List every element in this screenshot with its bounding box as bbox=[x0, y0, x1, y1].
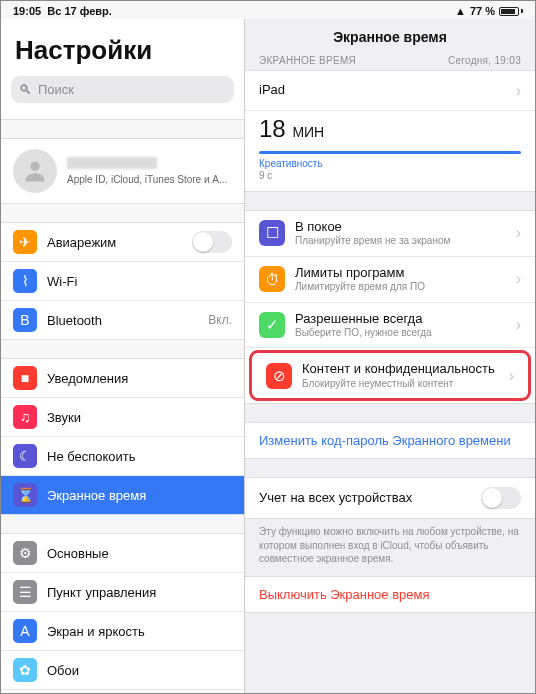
allowed-sub: Выберите ПО, нужное всегда bbox=[295, 327, 432, 340]
bluetooth-value: Вкл. bbox=[208, 313, 232, 327]
row-app-limits[interactable]: ⏱ Лимиты программЛимитируйте время для П… bbox=[245, 257, 535, 303]
status-date: Вс 17 февр. bbox=[47, 5, 112, 17]
device-name: iPad bbox=[259, 82, 285, 98]
chevron-right-icon: › bbox=[516, 270, 521, 288]
change-passcode-link[interactable]: Изменить код-пароль Экранного времени bbox=[245, 423, 535, 458]
status-time: 19:05 bbox=[13, 5, 41, 17]
content-icon: ⊘ bbox=[266, 363, 292, 389]
sidebar-item-sounds[interactable]: ♫ Звуки bbox=[1, 398, 244, 437]
sidebar-item-control[interactable]: ☰ Пункт управления bbox=[1, 573, 244, 612]
sidebar-item-display[interactable]: A Экран и яркость bbox=[1, 612, 244, 651]
search-input[interactable]: 🔍︎ Поиск bbox=[11, 76, 234, 103]
limits-icon: ⏱ bbox=[259, 266, 285, 292]
chevron-right-icon: › bbox=[516, 316, 521, 334]
sidebar-item-wifi[interactable]: ⌇ Wi-Fi bbox=[1, 262, 244, 301]
downtime-title: В покое bbox=[295, 219, 450, 235]
screentime-label: Экранное время bbox=[47, 488, 146, 503]
airplane-label: Авиарежим bbox=[47, 235, 116, 250]
notifications-label: Уведомления bbox=[47, 371, 128, 386]
sidebar-item-airplane[interactable]: ✈ Авиарежим bbox=[1, 223, 244, 262]
row-all-devices[interactable]: Учет на всех устройствах bbox=[245, 478, 535, 518]
turn-off-link[interactable]: Выключить Экранное время bbox=[245, 577, 535, 612]
wallpaper-label: Обои bbox=[47, 663, 79, 678]
battery-percent: 77 % bbox=[470, 5, 495, 17]
footer-text: Эту функцию можно включить на любом устр… bbox=[245, 519, 535, 576]
sidebar-item-wallpaper[interactable]: ✿ Обои bbox=[1, 651, 244, 690]
control-icon: ☰ bbox=[13, 580, 37, 604]
general-label: Основные bbox=[47, 546, 109, 561]
sidebar-item-screentime[interactable]: ⌛ Экранное время bbox=[1, 476, 244, 514]
usage-category: Креативность bbox=[245, 154, 535, 169]
downtime-sub: Планируйте время не за экраном bbox=[295, 235, 450, 248]
chevron-right-icon: › bbox=[516, 224, 521, 242]
notifications-icon: ■ bbox=[13, 366, 37, 390]
chevron-right-icon: › bbox=[509, 367, 514, 385]
section-header: ЭКРАННОЕ ВРЕМЯ bbox=[259, 55, 356, 66]
general-icon: ⚙ bbox=[13, 541, 37, 565]
all-devices-toggle[interactable] bbox=[481, 487, 521, 509]
battery-icon bbox=[499, 7, 523, 16]
content-title: Контент и конфиденциальность bbox=[302, 361, 495, 377]
downtime-icon: ☐ bbox=[259, 220, 285, 246]
section-timestamp: Сегодня, 19:03 bbox=[448, 55, 521, 66]
display-label: Экран и яркость bbox=[47, 624, 145, 639]
limits-title: Лимиты программ bbox=[295, 265, 425, 281]
usage-time: 18 МИН bbox=[245, 111, 535, 151]
all-devices-label: Учет на всех устройствах bbox=[259, 490, 412, 506]
dnd-icon: ☾ bbox=[13, 444, 37, 468]
usage-card[interactable]: iPad › 18 МИН Креативность 9 с bbox=[245, 70, 535, 192]
search-placeholder: Поиск bbox=[38, 82, 74, 97]
sidebar-item-general[interactable]: ⚙ Основные bbox=[1, 534, 244, 573]
wifi-label: Wi-Fi bbox=[47, 274, 77, 289]
sidebar: Настройки 🔍︎ Поиск Apple ID, iCloud, iTu… bbox=[1, 19, 245, 693]
row-downtime[interactable]: ☐ В покоеПланируйте время не за экраном … bbox=[245, 211, 535, 257]
bluetooth-label: Bluetooth bbox=[47, 313, 102, 328]
sounds-label: Звуки bbox=[47, 410, 81, 425]
sidebar-item-notifications[interactable]: ■ Уведомления bbox=[1, 359, 244, 398]
bluetooth-icon: B bbox=[13, 308, 37, 332]
sidebar-item-siri[interactable]: ◉ Siri и Поиск bbox=[1, 690, 244, 693]
settings-title: Настройки bbox=[1, 19, 244, 76]
allowed-icon: ✓ bbox=[259, 312, 285, 338]
sidebar-item-dnd[interactable]: ☾ Не беспокоить bbox=[1, 437, 244, 476]
wifi-icon: ▲ bbox=[455, 5, 466, 17]
airplane-icon: ✈ bbox=[13, 230, 37, 254]
search-icon: 🔍︎ bbox=[19, 82, 32, 97]
sounds-icon: ♫ bbox=[13, 405, 37, 429]
screentime-icon: ⌛ bbox=[13, 483, 37, 507]
content-sub: Блокируйте неуместный контент bbox=[302, 378, 495, 391]
time-unit: МИН bbox=[292, 124, 324, 140]
row-content-privacy[interactable]: ⊘ Контент и конфиденциальностьБлокируйте… bbox=[252, 353, 528, 398]
wifi-icon: ⌇ bbox=[13, 269, 37, 293]
allowed-title: Разрешенные всегда bbox=[295, 311, 432, 327]
svg-point-0 bbox=[30, 162, 39, 171]
wallpaper-icon: ✿ bbox=[13, 658, 37, 682]
avatar bbox=[13, 149, 57, 193]
page-title: Экранное время bbox=[245, 19, 535, 55]
status-bar: 19:05 Вс 17 февр. ▲ 77 % bbox=[1, 1, 535, 19]
account-name-blur bbox=[67, 157, 157, 169]
time-number: 18 bbox=[259, 115, 286, 142]
main-panel: Экранное время ЭКРАННОЕ ВРЕМЯ Сегодня, 1… bbox=[245, 19, 535, 693]
dnd-label: Не беспокоить bbox=[47, 449, 136, 464]
account-subtitle: Apple ID, iCloud, iTunes Store и A... bbox=[67, 174, 227, 185]
airplane-toggle[interactable] bbox=[192, 231, 232, 253]
usage-seconds: 9 с bbox=[245, 169, 535, 191]
row-always-allowed[interactable]: ✓ Разрешенные всегдаВыберите ПО, нужное … bbox=[245, 303, 535, 349]
sidebar-item-account[interactable]: Apple ID, iCloud, iTunes Store и A... bbox=[1, 139, 244, 203]
display-icon: A bbox=[13, 619, 37, 643]
highlight-frame: ⊘ Контент и конфиденциальностьБлокируйте… bbox=[249, 350, 531, 401]
limits-sub: Лимитируйте время для ПО bbox=[295, 281, 425, 294]
sidebar-item-bluetooth[interactable]: B Bluetooth Вкл. bbox=[1, 301, 244, 339]
control-label: Пункт управления bbox=[47, 585, 156, 600]
chevron-right-icon: › bbox=[516, 82, 521, 100]
